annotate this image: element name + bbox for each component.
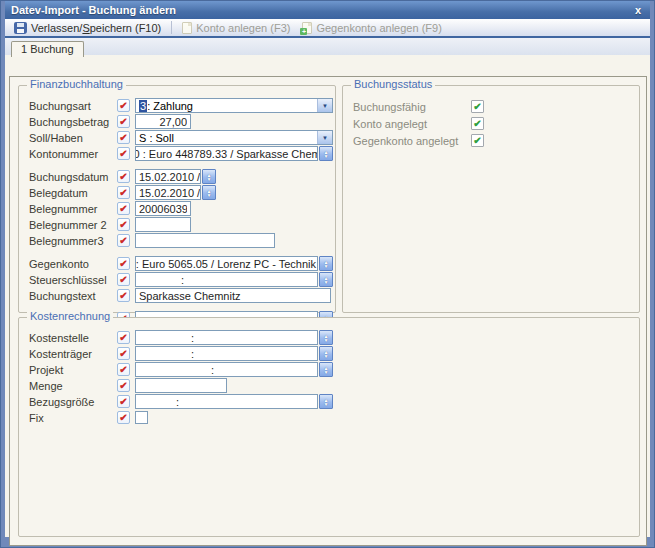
kontonummer-combo[interactable]: 1200 : Euro 448789.33 / Sparkasse Chemni…	[135, 146, 318, 161]
kostentraeger-combo[interactable]: :	[135, 346, 318, 361]
modified-check-icon[interactable]: ✔	[117, 147, 130, 160]
modified-check-icon[interactable]: ✔	[117, 273, 130, 286]
spinner-icon[interactable]: ▲▼	[202, 169, 216, 184]
toolbar: Verlassen/Speichern (F10) Konto anlegen …	[5, 19, 650, 38]
create-account-button[interactable]: Konto anlegen (F3)	[177, 21, 295, 35]
gegenkonto-angelegt-checkbox[interactable]: ✔	[471, 134, 484, 147]
gegenkonto-combo[interactable]: 10006 : Euro 5065.05 / Lorenz PC - Techn…	[135, 256, 318, 271]
field-label: Gegenkonto	[29, 258, 117, 270]
status-label: Buchungsfähig	[353, 101, 471, 113]
field-label: Belegnummer	[29, 203, 117, 215]
group-kostenrechnung: Kostenrechnung Kostenstelle ✔ : ▲▼ Koste…	[18, 317, 640, 537]
spinner-icon[interactable]: ▲▼	[319, 346, 333, 361]
modified-check-icon[interactable]: ✔	[117, 411, 130, 424]
spinner-icon[interactable]: ▲▼	[319, 272, 333, 287]
spinner-icon[interactable]: ▲▼	[319, 256, 333, 271]
modified-check-icon[interactable]: ✔	[117, 363, 130, 376]
field-label: Menge	[29, 380, 117, 392]
fix-checkbox[interactable]	[135, 411, 148, 424]
belegnummer-input[interactable]	[135, 201, 191, 216]
group-title: Buchungsstatus	[351, 78, 435, 90]
plus-badge-icon: +	[300, 28, 307, 35]
field-row-buchungstext: Buchungstext ✔	[29, 288, 325, 303]
field-label: Kontonummer	[29, 148, 117, 160]
group-finanzbuchhaltung: Finanzbuchhaltung Buchungsart ✔ 3 : Zahl…	[18, 85, 336, 313]
spinner-icon[interactable]: ▲▼	[319, 394, 333, 409]
buchungstext-input[interactable]	[135, 288, 331, 303]
buchungsdatum-field[interactable]: 15.02.2010 /Mo	[135, 169, 201, 184]
modified-check-icon[interactable]: ✔	[117, 218, 130, 231]
modified-check-icon[interactable]: ✔	[117, 331, 130, 344]
spinner-icon[interactable]: ▲▼	[319, 362, 333, 377]
sollhaben-dropdown[interactable]: S : Soll ▼	[135, 130, 333, 145]
field-row-menge: Menge ✔	[29, 378, 629, 393]
field-row-buchungsbetrag: Buchungsbetrag ✔	[29, 114, 325, 129]
tab-buchung[interactable]: 1 Buchung	[11, 41, 84, 57]
field-label: Steuerschlüssel	[29, 274, 117, 286]
field-label: Soll/Haben	[29, 132, 117, 144]
save-icon	[14, 22, 27, 34]
field-label: Kostenstelle	[29, 332, 117, 344]
save-exit-label: Verlassen/Speichern (F10)	[31, 22, 161, 34]
bezugsgroesse-combo[interactable]: :	[135, 394, 318, 409]
modified-check-icon[interactable]: ✔	[117, 202, 130, 215]
modified-check-icon[interactable]: ✔	[117, 115, 130, 128]
buchungsfaehig-checkbox[interactable]: ✔	[471, 100, 484, 113]
status-row-gegenkonto-angelegt: Gegenkonto angelegt ✔	[353, 132, 629, 149]
close-icon[interactable]: x	[632, 4, 644, 16]
konto-angelegt-checkbox[interactable]: ✔	[471, 117, 484, 130]
modified-check-icon[interactable]: ✔	[117, 234, 130, 247]
field-row-belegnummer: Belegnummer ✔	[29, 201, 325, 216]
buchungsart-dropdown[interactable]: 3 : Zahlung ▼	[135, 98, 333, 113]
projekt-combo[interactable]: :	[135, 362, 318, 377]
field-label: Buchungsbetrag	[29, 116, 117, 128]
modified-check-icon[interactable]: ✔	[117, 257, 130, 270]
field-label: Buchungstext	[29, 290, 117, 302]
modified-check-icon[interactable]: ✔	[117, 99, 130, 112]
modified-check-icon[interactable]: ✔	[117, 289, 130, 302]
tab-page: Finanzbuchhaltung Buchungsart ✔ 3 : Zahl…	[9, 76, 647, 546]
belegdatum-field[interactable]: 15.02.2010 /Mo	[135, 185, 201, 200]
modified-check-icon[interactable]: ✔	[117, 395, 130, 408]
field-label: Belegnummer 2	[29, 219, 117, 231]
field-row-sollhaben: Soll/Haben ✔ S : Soll ▼	[29, 130, 325, 145]
status-row-konto-angelegt: Konto angelegt ✔	[353, 115, 629, 132]
field-row-belegnummer3: Belegnummer3 ✔	[29, 233, 325, 248]
window-content: Verlassen/Speichern (F10) Konto anlegen …	[5, 19, 650, 537]
spinner-icon[interactable]: ▲▼	[319, 330, 333, 345]
modified-check-icon[interactable]: ✔	[117, 170, 130, 183]
dropdown-arrow-icon[interactable]: ▼	[317, 99, 332, 112]
steuerschluessel-combo[interactable]: :	[135, 272, 318, 287]
modified-check-icon[interactable]: ✔	[117, 379, 130, 392]
status-label: Konto angelegt	[353, 118, 471, 130]
field-label: Bezugsgröße	[29, 396, 117, 408]
field-label: Buchungsart	[29, 100, 117, 112]
status-label: Gegenkonto angelegt	[353, 135, 471, 147]
modified-check-icon[interactable]: ✔	[117, 347, 130, 360]
buchungsbetrag-input[interactable]	[135, 114, 191, 129]
belegnummer3-input[interactable]	[135, 233, 275, 248]
tab-strip: 1 Buchung	[5, 38, 650, 55]
create-account-label: Konto anlegen (F3)	[196, 22, 290, 34]
modified-check-icon[interactable]: ✔	[117, 131, 130, 144]
group-title: Finanzbuchhaltung	[27, 78, 126, 90]
dropdown-arrow-icon[interactable]: ▼	[317, 131, 332, 144]
modified-check-icon[interactable]: ✔	[117, 186, 130, 199]
app-window: Datev-Import - Buchung ändern x Verlasse…	[0, 0, 655, 548]
create-contra-account-button[interactable]: + Gegenkonto anlegen (F9)	[297, 21, 446, 35]
field-label: Kostenträger	[29, 348, 117, 360]
kostenstelle-combo[interactable]: :	[135, 330, 318, 345]
spinner-icon[interactable]: ▲▼	[202, 185, 216, 200]
field-row-projekt: Projekt ✔ : ▲▼	[29, 362, 629, 377]
spinner-icon[interactable]: ▲▼	[319, 146, 333, 161]
menge-input[interactable]	[135, 378, 227, 393]
field-row-buchungsdatum: Buchungsdatum ✔ 15.02.2010 /Mo ▲▼	[29, 169, 325, 184]
field-label: Belegnummer3	[29, 235, 117, 247]
field-row-kontonummer: Kontonummer ✔ 1200 : Euro 448789.33 / Sp…	[29, 146, 325, 161]
field-row-buchungsart: Buchungsart ✔ 3 : Zahlung ▼	[29, 98, 325, 113]
field-row-steuerschluessel: Steuerschlüssel ✔ : ▲▼	[29, 272, 325, 287]
field-label: Buchungsdatum	[29, 171, 117, 183]
save-exit-button[interactable]: Verlassen/Speichern (F10)	[9, 21, 166, 35]
field-label: Belegdatum	[29, 187, 117, 199]
belegnummer2-input[interactable]	[135, 217, 191, 232]
